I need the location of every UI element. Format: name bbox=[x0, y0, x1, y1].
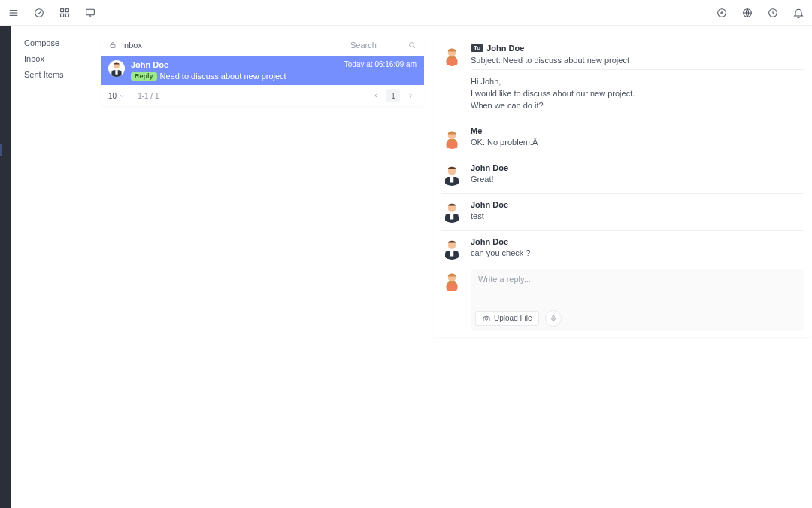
divider bbox=[441, 230, 804, 231]
chevron-down-icon bbox=[118, 92, 126, 99]
divider bbox=[471, 69, 804, 70]
add-circle-icon[interactable] bbox=[716, 7, 728, 19]
reply-area: Upload File bbox=[441, 269, 804, 331]
reply-badge: Reply bbox=[131, 72, 157, 81]
message-body: can you check ? bbox=[471, 248, 804, 260]
message-from: John Doe bbox=[471, 200, 804, 209]
lock-icon bbox=[108, 41, 117, 50]
inbox-header: Inbox bbox=[101, 35, 424, 56]
mail-time: Today at 06:16:09 am bbox=[344, 60, 417, 68]
svg-rect-17 bbox=[111, 45, 115, 48]
svg-rect-29 bbox=[450, 177, 454, 183]
message-from-name: John Doe bbox=[486, 44, 524, 53]
svg-rect-24 bbox=[447, 59, 458, 67]
message-from: John Doe bbox=[471, 163, 804, 172]
upload-file-label: Upload File bbox=[494, 314, 532, 322]
page-number[interactable]: 1 bbox=[386, 89, 400, 102]
message-body: OK. No problem.Â bbox=[471, 137, 804, 149]
globe-icon[interactable] bbox=[741, 7, 753, 19]
pager: 10 1-1 / 1 1 bbox=[101, 85, 424, 106]
message-from: John Doe bbox=[471, 237, 804, 246]
divider bbox=[441, 193, 804, 194]
camera-icon bbox=[482, 314, 491, 323]
avatar bbox=[441, 200, 463, 223]
thread-panel: To John Doe Subject: Need to discuss abo… bbox=[433, 35, 812, 508]
message-body: Hi John, I would like to discuss about o… bbox=[471, 76, 804, 112]
divider bbox=[441, 157, 804, 157]
mic-button[interactable] bbox=[545, 310, 562, 327]
chevron-left-icon bbox=[372, 92, 380, 99]
avatar bbox=[441, 269, 463, 291]
chevron-right-icon bbox=[407, 92, 414, 99]
svg-rect-40 bbox=[553, 315, 554, 319]
clock-icon[interactable] bbox=[767, 7, 779, 19]
svg-point-39 bbox=[486, 318, 488, 320]
avatar bbox=[108, 60, 125, 77]
avatar bbox=[441, 126, 463, 149]
thread-message: To John Doe Subject: Need to discuss abo… bbox=[441, 41, 804, 115]
svg-rect-7 bbox=[65, 14, 68, 17]
svg-rect-35 bbox=[450, 251, 454, 257]
svg-line-19 bbox=[414, 47, 415, 48]
upload-file-button[interactable]: Upload File bbox=[475, 311, 539, 326]
message-from: To John Doe bbox=[471, 44, 804, 53]
page-prev-button[interactable] bbox=[370, 90, 382, 102]
mic-icon bbox=[549, 314, 558, 323]
apps-grid-icon[interactable] bbox=[59, 7, 71, 19]
to-badge: To bbox=[471, 44, 483, 52]
bell-icon[interactable] bbox=[792, 7, 804, 19]
svg-rect-5 bbox=[65, 8, 68, 11]
check-circle-icon[interactable] bbox=[33, 7, 45, 19]
menu-icon[interactable] bbox=[8, 7, 20, 19]
left-rail bbox=[0, 26, 11, 508]
message-from: Me bbox=[471, 126, 804, 135]
mail-subject: Need to discuss about new project bbox=[160, 71, 286, 81]
reply-input[interactable] bbox=[471, 269, 804, 305]
rail-indicator bbox=[0, 144, 2, 156]
thread-message: Me OK. No problem.Â bbox=[441, 123, 804, 152]
side-nav: Compose Inbox Sent Items bbox=[11, 26, 101, 508]
avatar bbox=[441, 163, 463, 186]
svg-point-18 bbox=[410, 43, 414, 47]
monitor-icon[interactable] bbox=[84, 7, 96, 19]
nav-sent-items[interactable]: Sent Items bbox=[24, 66, 96, 82]
page-next-button[interactable] bbox=[404, 90, 417, 102]
message-body: Great! bbox=[471, 174, 804, 186]
page-size-select[interactable]: 10 bbox=[108, 92, 126, 100]
svg-rect-38 bbox=[483, 317, 489, 321]
avatar bbox=[441, 237, 463, 260]
nav-compose[interactable]: Compose bbox=[24, 35, 96, 50]
svg-rect-4 bbox=[61, 8, 64, 11]
svg-rect-32 bbox=[450, 214, 454, 220]
svg-rect-26 bbox=[447, 141, 458, 149]
inbox-title: Inbox bbox=[122, 41, 142, 50]
thread-message: John Doe can you check ? bbox=[441, 234, 804, 263]
main: Compose Inbox Sent Items Inbox bbox=[0, 26, 812, 508]
svg-rect-22 bbox=[115, 70, 117, 75]
page-range: 1-1 / 1 bbox=[138, 92, 159, 100]
thread-message: John Doe test bbox=[441, 197, 804, 226]
inbox-panel: Inbox John Doe bbox=[101, 35, 424, 508]
mail-row-selected[interactable]: John Doe Reply Need to discuss about new… bbox=[101, 56, 424, 85]
thread-message: John Doe Great! bbox=[441, 160, 804, 189]
svg-rect-37 bbox=[447, 283, 458, 291]
message-subject: Subject: Need to discuss about new proje… bbox=[471, 56, 804, 65]
svg-rect-8 bbox=[86, 9, 95, 14]
message-body: test bbox=[471, 211, 804, 223]
page-size-value: 10 bbox=[108, 92, 117, 100]
avatar bbox=[441, 44, 463, 66]
nav-inbox[interactable]: Inbox bbox=[24, 50, 96, 66]
search-input[interactable] bbox=[350, 41, 403, 50]
search-icon[interactable] bbox=[408, 41, 417, 50]
divider bbox=[441, 120, 804, 120]
svg-rect-6 bbox=[61, 14, 64, 17]
top-bar bbox=[0, 0, 812, 26]
